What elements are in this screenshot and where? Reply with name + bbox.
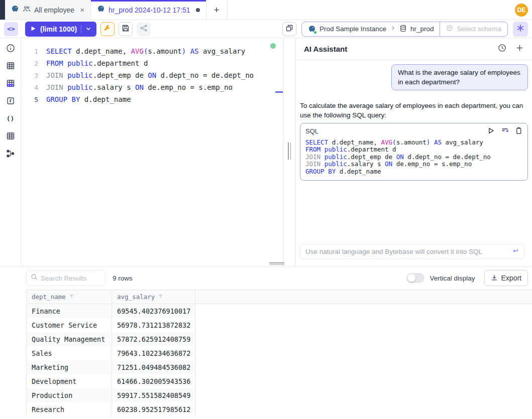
line-number: 2 — [21, 60, 38, 67]
avg-salary-cell: 56978.731213872832 — [112, 318, 195, 332]
connection-status-dot — [313, 31, 317, 34]
view-icon[interactable] — [6, 131, 15, 141]
share-icon — [140, 24, 148, 34]
share-button[interactable] — [137, 22, 151, 36]
insert-into-editor-icon[interactable] — [501, 126, 509, 136]
sql-line: FROM public.department d — [305, 146, 522, 154]
postgres-icon — [308, 25, 316, 33]
export-label: Export — [501, 274, 521, 282]
line-number: 4 — [21, 84, 38, 91]
table-icon[interactable] — [6, 61, 15, 70]
sql-line: 5GROUP BY d.dept_name — [21, 93, 283, 105]
new-chat-icon[interactable] — [515, 44, 524, 54]
table-row[interactable]: Quality Management57872.625912408759 — [26, 332, 532, 346]
batch-query-button[interactable] — [282, 22, 296, 36]
save-icon — [122, 24, 130, 34]
sql-line: 3JOIN public.dept_emp de ON d.dept_no = … — [21, 69, 283, 81]
table-row[interactable]: Marketing71251.049484536082 — [26, 360, 532, 374]
app-logo-block[interactable] — [0, 0, 5, 20]
format-button[interactable] — [100, 22, 115, 36]
openai-icon — [516, 24, 524, 34]
line-number: 3 — [21, 72, 38, 79]
divider — [81, 25, 81, 33]
table-row[interactable]: Sales79643.102234636872 — [26, 346, 532, 360]
sort-filter-icon[interactable] — [158, 293, 163, 301]
dept-name-cell: Quality Management — [27, 332, 112, 346]
vertical-display-toggle[interactable] — [406, 273, 424, 283]
play-icon — [30, 25, 36, 33]
chevron-down-icon[interactable] — [85, 25, 91, 33]
connection-breadcrumb: Prod Sample Instance hr_prod Select sche… — [301, 22, 508, 37]
instance-name: Prod Sample Instance — [320, 25, 386, 33]
code-language-label: SQL — [305, 127, 318, 135]
external-table-icon[interactable] — [6, 79, 15, 88]
close-icon[interactable]: × — [80, 6, 84, 14]
tab-hr-prod[interactable]: hr_prod 2024-10-12 17:51 — [91, 0, 206, 20]
tab-label: All employee — [34, 6, 74, 14]
procedure-icon[interactable]: () — [6, 114, 15, 123]
chevron-right-icon — [390, 25, 396, 33]
postgres-icon — [97, 5, 105, 15]
export-button[interactable]: Export — [484, 270, 528, 286]
copy-icon[interactable] — [515, 127, 522, 136]
tab-label: hr_prod 2024-10-12 17:51 — [109, 6, 190, 14]
ai-chat-area: What is the average salary of employees … — [296, 60, 532, 266]
search-results-input[interactable] — [41, 274, 101, 282]
tab-bar: All employee × hr_prod 2024-10-12 17:51 … — [0, 0, 532, 20]
run-icon[interactable] — [487, 127, 495, 136]
assistant-message: To calculate the average salary of emplo… — [300, 101, 528, 120]
tab-all-employee[interactable]: All employee × — [5, 0, 91, 20]
dept-name-cell: Sales — [27, 346, 112, 360]
column-header-dept-name[interactable]: dept_name — [27, 290, 112, 304]
ai-assistant-panel: AI Assistant What is the average salary … — [295, 38, 532, 266]
function-icon[interactable] — [6, 96, 15, 105]
table-row[interactable]: Finance69545.402376910017 — [26, 304, 532, 318]
sql-editor[interactable]: 1SELECT d.dept_name, AVG(s.amount) AS av… — [21, 38, 283, 266]
table-row[interactable]: Customer Service56978.731213872832 — [26, 318, 532, 332]
row-count: 9 rows — [113, 274, 133, 282]
ai-prompt-box — [300, 244, 524, 259]
schema-sidebar: () — [0, 38, 21, 266]
vertical-splitter[interactable] — [283, 38, 295, 266]
ai-assistant-button[interactable] — [513, 22, 528, 37]
column-header-avg-salary[interactable]: avg_salary — [112, 290, 195, 304]
instance-database-selector[interactable]: Prod Sample Instance hr_prod — [302, 22, 440, 36]
sql-line: 1SELECT d.dept_name, AVG(s.amount) AS av… — [21, 45, 283, 57]
horizontal-splitter-handle[interactable] — [269, 262, 284, 265]
schema-box-icon — [446, 25, 453, 33]
table-row[interactable]: Development61466.302005943536 — [26, 374, 532, 388]
avg-salary-cell: 69545.402376910017 — [112, 304, 195, 318]
user-message-bubble: What is the average salary of employees … — [391, 64, 528, 90]
sql-editor-app: All employee × hr_prod 2024-10-12 17:51 … — [0, 0, 532, 419]
dept-name-cell: Research — [27, 402, 112, 416]
sort-filter-icon[interactable] — [69, 293, 74, 301]
search-icon — [31, 273, 38, 283]
code-icon[interactable]: <> — [4, 22, 18, 36]
batch-query-icon — [285, 24, 293, 34]
download-icon — [491, 274, 498, 283]
main-area: () 1SELECT d.dept_name, AVG(s.amount) AS… — [0, 38, 532, 266]
sql-line: JOIN public.salary s ON de.emp_no = s.em… — [305, 161, 522, 168]
history-clock-icon[interactable] — [498, 44, 506, 54]
run-query-button[interactable]: (limit 1000) — [25, 22, 96, 37]
save-button[interactable] — [119, 22, 133, 36]
schema-diagram-icon[interactable] — [6, 149, 15, 158]
new-tab-button[interactable]: + — [206, 0, 228, 20]
results-toolbar: 9 rows Vertical display Export — [0, 266, 532, 290]
splitter-handle[interactable] — [288, 143, 291, 160]
people-icon — [23, 5, 31, 15]
dept-name-cell: Customer Service — [27, 318, 112, 332]
ai-prompt-input[interactable] — [305, 248, 507, 255]
editor-toolbar: <> (limit 1000) — [0, 20, 532, 38]
sql-line: SELECT d.dept_name, AVG(s.amount) AS avg… — [305, 138, 522, 146]
avatar[interactable]: DE — [515, 4, 528, 17]
column-header-empty — [195, 290, 532, 304]
info-icon[interactable] — [6, 44, 15, 53]
schema-selector[interactable]: Select schema — [440, 22, 507, 36]
unsaved-dot — [196, 8, 200, 12]
ai-assistant-title: AI Assistant — [304, 45, 347, 53]
ai-assistant-header: AI Assistant — [296, 38, 532, 60]
enter-icon[interactable] — [511, 247, 519, 256]
table-row[interactable]: Research60238.952517985612 — [26, 402, 532, 416]
table-row[interactable]: Production59917.551582408549 — [26, 388, 532, 402]
